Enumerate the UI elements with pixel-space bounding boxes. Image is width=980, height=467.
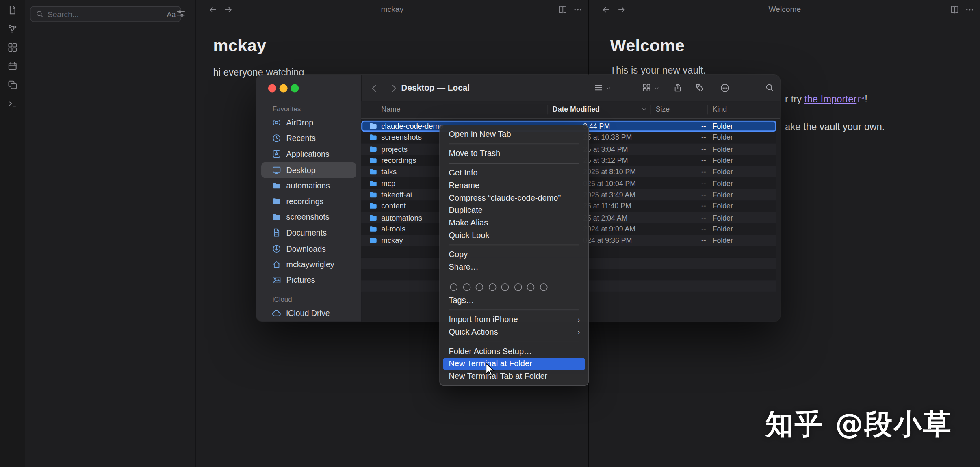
desktop-icon — [271, 165, 282, 175]
finder-sidebar-item-recents[interactable]: Recents — [261, 131, 356, 147]
finder-sidebar-item-recordings[interactable]: recordings — [261, 193, 356, 209]
watermark: 知乎 @段小草 — [765, 406, 952, 443]
column-size[interactable]: Size — [656, 106, 670, 113]
chevron-down-icon — [606, 86, 611, 91]
file-date: 25 at 3:04 PM — [583, 145, 628, 153]
tag-circle[interactable] — [476, 283, 483, 291]
tag-circle[interactable] — [463, 283, 470, 291]
tag-circle[interactable] — [501, 283, 509, 291]
more-options-icon[interactable] — [573, 5, 583, 14]
stack-icon[interactable] — [6, 79, 19, 91]
view-as-list-button[interactable] — [594, 83, 603, 92]
tag-circle[interactable] — [540, 283, 547, 291]
menu-item-share[interactable]: Share… — [443, 261, 585, 274]
more-actions-button[interactable] — [720, 83, 730, 93]
canvas-icon[interactable] — [6, 41, 19, 54]
forward-icon[interactable] — [224, 5, 233, 14]
finder-sidebar-item-icloud-drive[interactable]: iCloud Drive — [261, 305, 356, 321]
sidebar-item-label: screenshots — [286, 212, 330, 222]
tag-circle[interactable] — [527, 283, 534, 291]
files-icon[interactable] — [6, 4, 19, 16]
finder-sidebar-item-mckaywrigley[interactable]: mckaywrigley — [261, 256, 356, 272]
forward-button[interactable] — [389, 83, 399, 93]
reading-mode-icon[interactable] — [950, 5, 959, 14]
graph-icon[interactable] — [6, 22, 19, 35]
column-kind[interactable]: Kind — [713, 106, 727, 113]
sidebar-item-label: Pictures — [286, 275, 315, 285]
sidebar-item-label: Downloads — [286, 244, 326, 253]
share-button[interactable] — [673, 83, 683, 92]
menu-item-tags[interactable]: Tags… — [443, 294, 585, 307]
menu-item-new-terminal-tab-at-folder[interactable]: New Terminal Tab at Folder — [443, 370, 585, 383]
external-link-icon — [857, 96, 864, 103]
file-size: -- — [701, 157, 706, 164]
finder-sidebar-item-automations[interactable]: automations — [261, 178, 356, 194]
folder-icon — [369, 190, 378, 199]
sidebar-item-label: mckaywrigley — [286, 259, 334, 269]
search-settings-icon[interactable] — [176, 9, 186, 18]
more-options-icon[interactable] — [965, 5, 974, 14]
menu-separator — [449, 310, 579, 311]
tag-circle[interactable] — [450, 283, 457, 291]
menu-item-copy[interactable]: Copy — [443, 249, 585, 261]
toolbar-search-button[interactable] — [765, 83, 774, 92]
calendar-icon[interactable] — [6, 60, 19, 73]
note-title: mckay — [213, 36, 267, 56]
cloud-icon — [271, 309, 282, 318]
finder-sidebar-item-documents[interactable]: Documents — [261, 225, 356, 241]
importer-link[interactable]: the Importer — [804, 94, 857, 104]
finder-sidebar-item-applications[interactable]: Applications — [261, 146, 356, 162]
tab-title: mckay — [381, 5, 403, 14]
finder-sidebar-item-downloads[interactable]: Downloads — [261, 241, 356, 257]
file-name: talks — [381, 168, 397, 177]
search-bar[interactable]: Search... Aa — [30, 6, 181, 22]
line-text: r try — [785, 94, 804, 104]
match-case-toggle[interactable]: Aa — [167, 10, 176, 17]
menu-item-new-terminal-at-folder[interactable]: New Terminal at Folder — [443, 358, 585, 370]
file-kind: Folder — [713, 191, 733, 198]
menu-item-duplicate[interactable]: Duplicate — [443, 204, 585, 217]
obsidian-ribbon — [0, 0, 26, 467]
menu-item-quick-look[interactable]: Quick Look — [443, 229, 585, 242]
tag-circle[interactable] — [514, 283, 521, 291]
sidebar-item-label: Recents — [286, 134, 316, 143]
finder-sidebar-item-desktop[interactable]: Desktop — [261, 162, 356, 178]
tags-button[interactable] — [695, 83, 705, 92]
sidebar-item-label: Desktop — [286, 165, 316, 175]
menu-item-rename[interactable]: Rename — [443, 179, 585, 192]
airdrop-icon — [271, 118, 282, 128]
group-by-button[interactable] — [642, 83, 651, 92]
icloud-list: iCloud Drive — [256, 305, 361, 321]
file-date: 25 at 3:12 PM — [583, 157, 628, 164]
finder-sidebar-item-screenshots[interactable]: screenshots — [261, 209, 356, 225]
menu-item-import-from-iphone[interactable]: Import from iPhone› — [443, 313, 585, 326]
terminal-icon[interactable] — [6, 97, 19, 110]
back-icon[interactable] — [208, 5, 217, 14]
file-kind: Folder — [713, 123, 733, 130]
file-name: mcp — [381, 179, 395, 188]
sort-chevron-icon — [641, 107, 647, 112]
menu-item-get-info[interactable]: Get Info — [443, 166, 585, 179]
file-name: screenshots — [381, 133, 422, 142]
finder-sidebar-item-pictures[interactable]: Pictures — [261, 272, 356, 288]
window-title: Desktop — Local — [401, 83, 470, 92]
menu-item-quick-actions[interactable]: Quick Actions› — [443, 326, 585, 339]
menu-item-open-in-new-tab[interactable]: Open in New Tab — [443, 128, 585, 141]
menu-item-compress-claude-code-demo[interactable]: Compress “claude-code-demo” — [443, 192, 585, 204]
search-input[interactable]: Search... — [48, 10, 163, 19]
menu-item-make-alias[interactable]: Make Alias — [443, 216, 585, 229]
column-name[interactable]: Name — [381, 106, 400, 113]
forward-icon[interactable] — [617, 5, 626, 14]
chevron-down-icon — [654, 86, 659, 91]
back-icon[interactable] — [601, 5, 611, 14]
menu-item-folder-actions-setup[interactable]: Folder Actions Setup… — [443, 345, 585, 358]
menu-item-move-to-trash[interactable]: Move to Trash — [443, 147, 585, 160]
column-date[interactable]: Date Modified — [553, 106, 600, 113]
reading-mode-icon[interactable] — [558, 5, 568, 14]
finder-sidebar-item-airdrop[interactable]: AirDrop — [261, 115, 356, 131]
tag-circle[interactable] — [488, 283, 496, 291]
file-kind: Folder — [713, 157, 733, 164]
back-button[interactable] — [369, 83, 379, 93]
note-line: This is your new vault. — [610, 65, 706, 76]
file-date: 024 at 9:36 PM — [583, 237, 632, 244]
